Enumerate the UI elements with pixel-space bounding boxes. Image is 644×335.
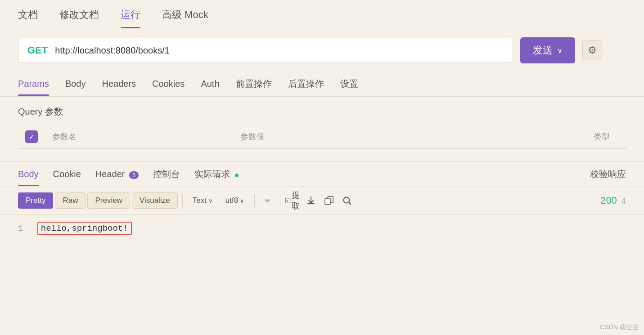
actual-request-dot (235, 174, 239, 177)
resp-tab-actual-request[interactable]: 实际请求 (194, 162, 239, 187)
response-toolbar: Pretty Raw Preview Visualize Text ∨ utf8… (0, 187, 644, 214)
separator-2 (254, 194, 255, 207)
req-tab-headers[interactable]: Headers (102, 73, 136, 95)
format-pretty-button[interactable]: Pretty (18, 192, 53, 209)
tab-docs[interactable]: 文档 (18, 8, 38, 28)
send-dropdown-arrow[interactable]: ∨ (557, 46, 563, 55)
separator-1 (182, 194, 183, 207)
format-preview-button[interactable]: Preview (87, 192, 130, 209)
search-icon[interactable] (339, 192, 355, 209)
col-header-value: 参数值 (240, 131, 512, 142)
status-code: 200 4 (600, 195, 626, 206)
send-label: 发送 (533, 44, 553, 57)
watermark: CSDN @尘尘 (600, 323, 639, 331)
response-line-1: 1 hello,springboot! (18, 222, 626, 235)
tab-edit-docs[interactable]: 修改文档 (59, 8, 99, 28)
url-section: GET http://localhost:8080/books/1 发送 ∨ ⚙ (0, 28, 644, 72)
resp-tab-cookie[interactable]: Cookie (53, 163, 81, 186)
send-button[interactable]: 发送 ∨ (520, 37, 575, 63)
separator-3 (280, 194, 280, 207)
copy-icon[interactable] (321, 192, 337, 209)
response-content: hello,springboot! (37, 222, 132, 235)
req-tab-pre-op[interactable]: 前置操作 (236, 72, 272, 96)
svg-rect-3 (325, 198, 330, 205)
select-all-checkbox[interactable]: ✓ (25, 130, 38, 143)
extract-button[interactable]: ⊞ 提取 (285, 192, 301, 209)
tab-advanced-mock[interactable]: 高级 Mock (162, 8, 208, 28)
query-params-section: Query 参数 ✓ 参数名 参数值 类型 (0, 97, 644, 158)
url-bar[interactable]: GET http://localhost:8080/books/1 (18, 38, 513, 63)
col-header-type: 类型 (519, 131, 610, 142)
resp-tab-console[interactable]: 控制台 (153, 162, 180, 187)
tab-run[interactable]: 运行 (121, 8, 140, 28)
url-input[interactable]: http://localhost:8080/books/1 (55, 45, 170, 56)
header-badge: 5 (129, 171, 139, 179)
query-section-title: Query 参数 (18, 106, 626, 118)
line-number-1: 1 (18, 223, 23, 233)
text-format-dropdown[interactable]: Text ∨ (187, 193, 218, 208)
text-dropdown-arrow: ∨ (208, 197, 213, 204)
resp-tab-header[interactable]: Header 5 (95, 163, 139, 186)
req-tab-cookies[interactable]: Cookies (152, 73, 185, 95)
response-tabs-bar: Body Cookie Header 5 控制台 实际请求 校验响应 (0, 162, 644, 187)
top-tabs-bar: 文档 修改文档 运行 高级 Mock (0, 0, 644, 28)
format-raw-button[interactable]: Raw (55, 192, 86, 209)
req-tab-params[interactable]: Params (18, 73, 49, 95)
response-main: Body Cookie Header 5 控制台 实际请求 校验响应 Prett… (0, 162, 644, 242)
format-visualize-button[interactable]: Visualize (132, 192, 178, 209)
settings-button[interactable]: ⚙ (582, 40, 602, 60)
req-tab-body[interactable]: Body (65, 73, 86, 95)
col-header-name: 参数名 (52, 131, 233, 142)
encoding-dropdown[interactable]: utf8 ∨ (220, 193, 250, 208)
req-tab-settings[interactable]: 设置 (340, 72, 358, 96)
validate-response-button[interactable]: 校验响应 (590, 162, 626, 187)
params-table-header: ✓ 参数名 参数值 类型 (18, 125, 626, 149)
http-method: GET (27, 45, 48, 56)
svg-text:⊞: ⊞ (286, 200, 288, 202)
req-tab-auth[interactable]: Auth (201, 73, 219, 95)
request-tabs-bar: Params Body Headers Cookies Auth 前置操作 后置… (0, 72, 644, 97)
download-icon[interactable] (303, 192, 319, 209)
response-body: 1 hello,springboot! (0, 214, 644, 242)
wrap-icon[interactable]: ≡ (259, 192, 275, 209)
response-section: Body Cookie Header 5 控制台 实际请求 校验响应 Prett… (0, 161, 644, 242)
encoding-dropdown-arrow: ∨ (240, 197, 244, 204)
req-tab-post-op[interactable]: 后置操作 (288, 72, 324, 96)
resp-tab-body[interactable]: Body (18, 163, 39, 186)
